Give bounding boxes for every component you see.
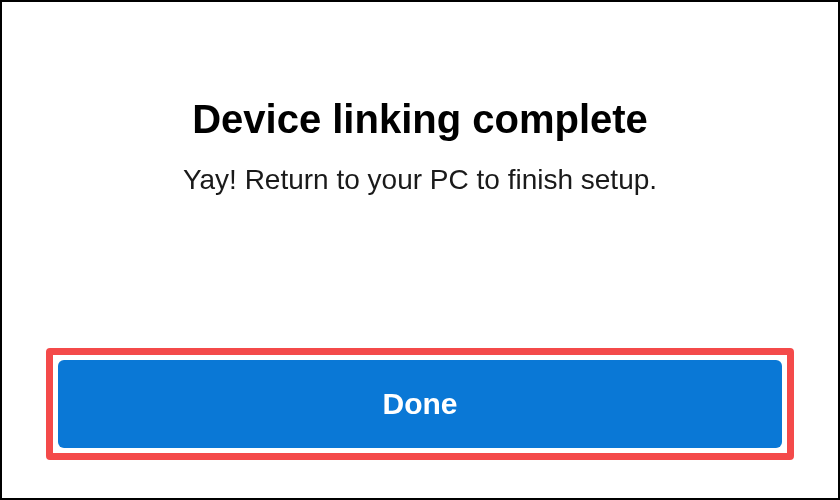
dialog-title: Device linking complete bbox=[2, 97, 838, 142]
dialog-subtitle: Yay! Return to your PC to finish setup. bbox=[2, 164, 838, 196]
dialog-container: Device linking complete Yay! Return to y… bbox=[2, 97, 838, 498]
annotation-highlight: Done bbox=[46, 348, 794, 460]
done-button[interactable]: Done bbox=[58, 360, 782, 448]
